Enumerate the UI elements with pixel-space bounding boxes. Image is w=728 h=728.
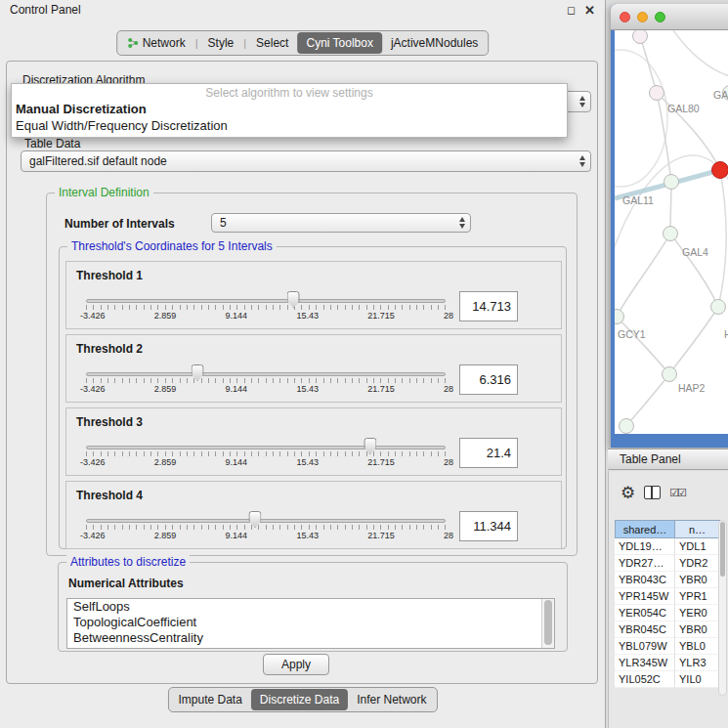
node-label: GA (713, 89, 728, 101)
threshold-label: Threshold 2 (76, 342, 143, 356)
scrollbar-thumb[interactable] (544, 600, 552, 645)
network-node[interactable] (664, 227, 678, 241)
table-body: YDL19…YDL1YDR27…YDR2YBR043CYBR0YPR145WYP… (615, 538, 720, 688)
slider-track[interactable] (86, 446, 446, 450)
network-node[interactable] (664, 175, 679, 190)
network-node[interactable] (711, 300, 726, 315)
tab-network[interactable]: Network (118, 32, 194, 54)
table-row[interactable]: YBL079WYBL0 (615, 638, 720, 655)
algorithm-option-manual[interactable]: Manual Discretization (12, 101, 567, 117)
tab-style[interactable]: Style (199, 32, 243, 54)
num-intervals-combobox[interactable]: 5 (211, 213, 471, 233)
list-item[interactable]: SelfLoops (67, 599, 554, 615)
tick-label: -3.426 (80, 457, 106, 467)
table-cell: YDL19… (615, 538, 675, 555)
threshold-panel: Threshold 4 -3.4262.8599.14415.4321.7152… (65, 481, 562, 549)
close-icon[interactable]: ✕ (584, 3, 595, 18)
slider-scale: -3.4262.8599.14415.4321.71528 (80, 311, 453, 321)
threshold-slider[interactable]: -3.4262.8599.14415.4321.71528 (86, 364, 446, 396)
column-header[interactable]: n… (675, 520, 720, 538)
node-label: GCY1 (618, 328, 646, 340)
tab-cyni-toolbox[interactable]: Cyni Toolbox (297, 32, 381, 54)
tick-label: 9.144 (226, 457, 248, 467)
tick-label: 9.144 (226, 531, 248, 540)
minimize-traffic-light[interactable] (637, 12, 648, 22)
table-scrollbar[interactable] (718, 520, 727, 696)
scrollbar-thumb[interactable] (720, 522, 725, 577)
network-edge (615, 50, 667, 187)
table-panel: ⚙ ☑☑ shared… n… YDL19…YDL1YDR27…YDR2YBR0… (608, 471, 728, 728)
network-node[interactable] (633, 30, 648, 44)
network-graph: GAL80GAGAL11GAL4GCY1HHAP2 (615, 30, 728, 434)
columns-icon[interactable] (644, 486, 661, 499)
float-window-icon[interactable]: ◻ (567, 4, 576, 17)
table-data-combobox[interactable]: galFiltered.sif default node (21, 150, 591, 172)
tab-impute-data[interactable]: Impute Data (169, 689, 250, 710)
table-row[interactable]: YBR043CYBR0 (615, 572, 720, 588)
algorithm-dropdown-popup: Select algorithm to view settings Manual… (11, 83, 568, 138)
threshold-value-field[interactable]: 14.713 (459, 291, 518, 321)
algorithm-option-equal-width[interactable]: Equal Width/Frequency Discretization (12, 117, 567, 134)
network-node[interactable] (663, 367, 677, 382)
zoom-traffic-light[interactable] (655, 12, 665, 22)
threshold-slider[interactable]: -3.4262.8599.14415.4321.71528 (86, 291, 446, 322)
node-table: shared… n… YDL19…YDL1YDR27…YDR2YBR043CYB… (615, 520, 720, 688)
threshold-value-field[interactable]: 11.344 (459, 511, 518, 541)
algorithm-placeholder: Select algorithm to view settings (12, 84, 567, 101)
threshold-value-field[interactable]: 21.4 (459, 438, 518, 468)
table-cell: YIL052C (615, 671, 675, 688)
list-item[interactable]: TopologicalCoefficient (67, 615, 554, 630)
tab-jactivemnodules[interactable]: jActiveMNodules (382, 32, 487, 54)
node-label: H (724, 328, 728, 340)
tab-discretize-data[interactable]: Discretize Data (251, 689, 348, 710)
network-node-selected[interactable] (712, 162, 728, 179)
tab-infer-network[interactable]: Infer Network (348, 689, 435, 710)
slider-track[interactable] (86, 372, 446, 376)
network-node[interactable] (650, 86, 664, 101)
table-row[interactable]: YIL052CYIL0 (615, 671, 720, 688)
node-label: GAL4 (682, 246, 708, 258)
table-toolbar: ⚙ ☑☑ (609, 471, 728, 514)
network-node[interactable] (615, 310, 624, 324)
table-cell: YBR0 (675, 621, 720, 638)
threshold-slider[interactable]: -3.4262.8599.14415.4321.71528 (86, 438, 446, 469)
numerical-attributes-list[interactable]: SelfLoops TopologicalCoefficient Between… (66, 598, 555, 649)
table-row[interactable]: YER054CYER0 (615, 605, 720, 621)
table-cell: YPR1 (675, 588, 720, 605)
combo-arrows-icon (579, 96, 585, 107)
network-icon (127, 37, 139, 49)
table-row[interactable]: YDL19…YDL1 (615, 538, 720, 555)
list-item[interactable]: BetweennessCentrality (67, 630, 554, 646)
column-header[interactable]: shared… (615, 520, 675, 538)
apply-button[interactable]: Apply (263, 654, 329, 675)
gear-icon[interactable]: ⚙ (621, 483, 635, 503)
node-label: GAL80 (667, 103, 700, 114)
close-traffic-light[interactable] (620, 12, 630, 22)
table-header-row: shared… n… (615, 520, 720, 538)
table-row[interactable]: YDR27…YDR2 (615, 555, 720, 572)
select-columns-icon[interactable]: ☑☑ (669, 487, 685, 499)
network-titlebar (611, 4, 728, 30)
table-row[interactable]: YPR145WYPR1 (615, 588, 720, 605)
slider-scale: -3.4262.8599.14415.4321.71528 (80, 531, 453, 540)
list-scrollbar[interactable] (541, 599, 554, 648)
tab-label: Impute Data (178, 693, 241, 707)
threshold-slider[interactable]: -3.4262.8599.14415.4321.71528 (86, 511, 446, 542)
network-node[interactable] (620, 419, 634, 434)
top-tabbar: Network | Style | Select Cyni Toolbox jA… (116, 30, 490, 56)
table-row[interactable]: YLR345WYLR3 (615, 655, 720, 671)
tab-label: Infer Network (357, 693, 426, 707)
table-row[interactable]: YBR045CYBR0 (615, 621, 720, 638)
tab-select[interactable]: Select (247, 32, 297, 54)
tick-label: -3.426 (80, 311, 106, 321)
slider-track[interactable] (86, 519, 446, 523)
slider-track[interactable] (86, 299, 446, 303)
network-canvas[interactable]: GAL80GAGAL11GAL4GCY1HHAP2 (615, 30, 728, 434)
network-window: GAL80GAGAL11GAL4GCY1HHAP2 (611, 4, 728, 448)
threshold-value-field[interactable]: 6.316 (459, 364, 518, 395)
tick-label: 28 (444, 531, 453, 540)
tick-label: 28 (444, 457, 453, 467)
table-panel-header[interactable]: Table Panel (608, 449, 728, 470)
network-edge (640, 36, 657, 93)
threshold-label: Threshold 1 (76, 269, 143, 282)
